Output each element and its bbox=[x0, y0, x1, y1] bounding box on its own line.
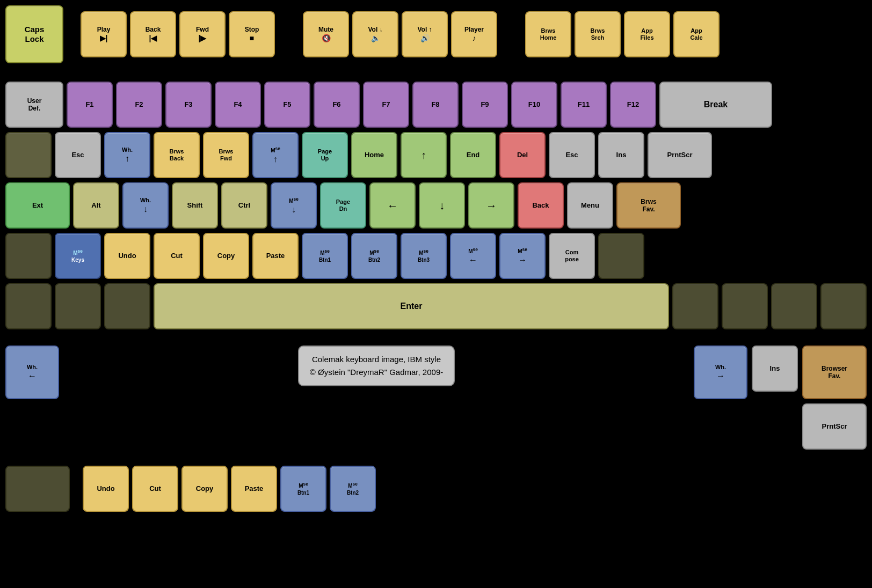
key-ext[interactable]: Ext bbox=[5, 182, 70, 229]
key-f11[interactable]: F11 bbox=[561, 82, 607, 128]
info-region: Colemak keyboard image, IBM style © Øyst… bbox=[64, 346, 688, 386]
row-function: User Def. F1 F2 F3 F4 F5 F6 F7 F8 F9 F10… bbox=[5, 82, 867, 128]
key-mse-up[interactable]: Mse ↑ bbox=[252, 132, 299, 178]
key-empty-r5-2 bbox=[598, 233, 644, 279]
key-ins2[interactable]: Ins bbox=[752, 346, 798, 392]
key-mse-down[interactable]: Mse ↓ bbox=[271, 182, 317, 229]
key-up[interactable]: ↑ bbox=[401, 132, 447, 178]
key-ins[interactable]: Ins bbox=[598, 132, 644, 178]
key-esc2[interactable]: Esc bbox=[549, 132, 595, 178]
key-brws-srch[interactable]: Brws Srch bbox=[575, 11, 621, 57]
key-cut[interactable]: Cut bbox=[154, 233, 200, 279]
key-mute[interactable]: Mute 🔇 bbox=[303, 11, 349, 57]
key-left[interactable]: ← bbox=[369, 182, 416, 229]
row-nav1: Esc Wh. ↑ Brws Back Brws Fwd Mse ↑ Page … bbox=[5, 132, 867, 178]
key-empty-r5-1 bbox=[5, 233, 52, 279]
right-bottom-keys: Wh. → Ins Browser Fav. PrntScr bbox=[694, 346, 867, 450]
key-f8[interactable]: F8 bbox=[412, 82, 459, 128]
key-empty-r6-3 bbox=[104, 283, 150, 329]
key-wh-left[interactable]: Wh. ← bbox=[5, 346, 59, 399]
key-f10[interactable]: F10 bbox=[511, 82, 557, 128]
key-paste[interactable]: Paste bbox=[252, 233, 299, 279]
key-wh-up[interactable]: Wh. ↑ bbox=[104, 132, 150, 178]
key-enter[interactable]: Enter bbox=[154, 283, 669, 329]
key-copy[interactable]: Copy bbox=[203, 233, 249, 279]
key-mse-keys[interactable]: Mse Keys bbox=[55, 233, 101, 279]
key-wh-down[interactable]: Wh. ↓ bbox=[122, 182, 169, 229]
key-paste-np[interactable]: Paste bbox=[231, 466, 277, 512]
key-down[interactable]: ↓ bbox=[419, 182, 465, 229]
key-prnt-scr[interactable]: PrntScr bbox=[648, 132, 712, 178]
row-nav2: Ext Alt Wh. ↓ Shift Ctrl Mse ↓ Page Dn ←… bbox=[5, 182, 867, 229]
key-end[interactable]: End bbox=[450, 132, 496, 178]
key-back[interactable]: Back bbox=[518, 182, 564, 229]
key-f12[interactable]: F12 bbox=[610, 82, 656, 128]
key-del[interactable]: Del bbox=[499, 132, 546, 178]
key-f7[interactable]: F7 bbox=[363, 82, 409, 128]
key-vol-down[interactable]: Vol ↓ 🔈 bbox=[352, 11, 398, 57]
key-copy-np[interactable]: Copy bbox=[181, 466, 228, 512]
key-empty-r6-1 bbox=[5, 283, 52, 329]
row-media: Caps Lock Play ▶| Back |◀ Fwd |▶ Stop ■ … bbox=[5, 5, 867, 63]
key-compose[interactable]: Com pose bbox=[549, 233, 595, 279]
key-user-def[interactable]: User Def. bbox=[5, 82, 63, 128]
key-empty-r6-2 bbox=[55, 283, 101, 329]
key-f9[interactable]: F9 bbox=[462, 82, 508, 128]
key-stop[interactable]: Stop ■ bbox=[229, 11, 275, 57]
key-brws-home[interactable]: Brws Home bbox=[525, 11, 571, 57]
key-f1[interactable]: F1 bbox=[67, 82, 113, 128]
key-app-calc[interactable]: App Calc bbox=[673, 11, 720, 57]
key-mse-btn2-np[interactable]: Mse Btn2 bbox=[330, 466, 376, 512]
key-mse-left[interactable]: Mse ← bbox=[450, 233, 496, 279]
key-brws-fav[interactable]: Brws Fav. bbox=[616, 182, 681, 229]
key-empty-r6-4 bbox=[672, 283, 718, 329]
key-mse-btn3[interactable]: Mse Btn3 bbox=[401, 233, 447, 279]
key-f3[interactable]: F3 bbox=[165, 82, 212, 128]
bottom-section: Wh. ← Colemak keyboard image, IBM style … bbox=[5, 346, 867, 450]
key-brws-fwd[interactable]: Brws Fwd bbox=[203, 132, 249, 178]
row-numpad: Undo Cut Copy Paste Mse Btn1 Mse Btn2 bbox=[5, 466, 867, 512]
key-empty-r6-5 bbox=[722, 283, 768, 329]
key-home[interactable]: Home bbox=[351, 132, 397, 178]
key-caps-lock[interactable]: Caps Lock bbox=[5, 5, 63, 63]
info-box: Colemak keyboard image, IBM style © Øyst… bbox=[298, 346, 455, 386]
key-wh-right[interactable]: Wh. → bbox=[694, 346, 747, 399]
key-f5[interactable]: F5 bbox=[264, 82, 310, 128]
key-alt[interactable]: Alt bbox=[73, 182, 119, 229]
key-empty-r6-6 bbox=[771, 283, 817, 329]
keyboard-layout: Caps Lock Play ▶| Back |◀ Fwd |▶ Stop ■ … bbox=[5, 5, 867, 512]
row-bottom: Enter bbox=[5, 283, 867, 329]
key-browser-fav[interactable]: Browser Fav. bbox=[802, 346, 867, 399]
key-mse-right[interactable]: Mse → bbox=[499, 233, 546, 279]
key-page-dn[interactable]: Page Dn bbox=[320, 182, 366, 229]
key-f6[interactable]: F6 bbox=[314, 82, 360, 128]
key-esc[interactable]: Esc bbox=[55, 132, 101, 178]
key-back-media[interactable]: Back |◀ bbox=[130, 11, 176, 57]
key-mse-btn2[interactable]: Mse Btn2 bbox=[351, 233, 397, 279]
key-page-up[interactable]: Page Up bbox=[302, 132, 348, 178]
key-right[interactable]: → bbox=[468, 182, 514, 229]
key-undo-np[interactable]: Undo bbox=[83, 466, 129, 512]
key-player[interactable]: Player ♪ bbox=[451, 11, 497, 57]
key-empty-np-1 bbox=[5, 466, 70, 512]
key-empty-r6-7 bbox=[820, 283, 867, 329]
key-mse-btn1[interactable]: Mse Btn1 bbox=[302, 233, 348, 279]
key-f4[interactable]: F4 bbox=[215, 82, 261, 128]
key-undo[interactable]: Undo bbox=[104, 233, 150, 279]
key-break[interactable]: Break bbox=[659, 82, 772, 128]
key-f2[interactable]: F2 bbox=[116, 82, 162, 128]
key-empty-r3-1 bbox=[5, 132, 52, 178]
key-brws-back[interactable]: Brws Back bbox=[154, 132, 200, 178]
key-app-files[interactable]: App Files bbox=[624, 11, 670, 57]
key-play[interactable]: Play ▶| bbox=[81, 11, 127, 57]
key-mse-btn1-np[interactable]: Mse Btn1 bbox=[280, 466, 326, 512]
key-cut-np[interactable]: Cut bbox=[132, 466, 178, 512]
key-ctrl[interactable]: Ctrl bbox=[221, 182, 267, 229]
key-menu[interactable]: Menu bbox=[567, 182, 613, 229]
row-edit: Mse Keys Undo Cut Copy Paste Mse Btn1 Ms… bbox=[5, 233, 867, 279]
key-prnt-scr2[interactable]: PrntScr bbox=[802, 403, 867, 450]
key-fwd[interactable]: Fwd |▶ bbox=[179, 11, 226, 57]
key-shift[interactable]: Shift bbox=[172, 182, 218, 229]
key-vol-up[interactable]: Vol ↑ 🔊 bbox=[402, 11, 448, 57]
